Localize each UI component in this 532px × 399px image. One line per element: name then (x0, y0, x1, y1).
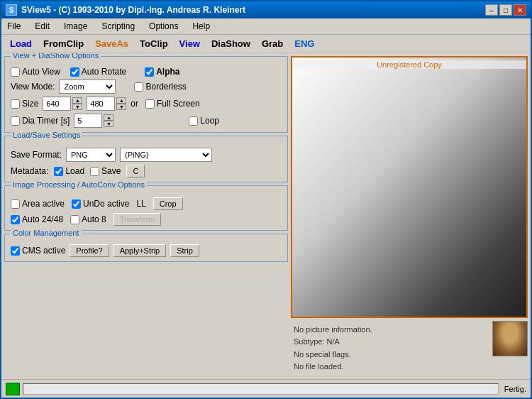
metadata-load-label[interactable]: Load (54, 166, 84, 176)
metadata-text: Metadata: (11, 166, 48, 176)
menu-image[interactable]: Image (61, 20, 90, 33)
info-line4: No file loaded. (294, 361, 485, 373)
toolbar-diashow[interactable]: DiaShow (207, 37, 255, 50)
maximize-button[interactable]: □ (499, 4, 512, 16)
menu-bar: File Edit Image Scripting Options Help (1, 18, 531, 35)
save-format-row: Save Format: PNG JPEG BMP TIFF (PiNG) (11, 148, 282, 162)
full-screen-checkbox[interactable] (145, 99, 155, 109)
crop-button[interactable]: Crop (153, 197, 183, 210)
metadata-row: Metadata: Load Save C (11, 165, 282, 177)
ll-label: LL (136, 199, 145, 209)
view-mode-text-label: View Mode: (11, 82, 55, 92)
borderless-label[interactable]: Borderless (134, 82, 186, 92)
load-save-group: Load/Save Settings Save Format: PNG JPEG… (4, 136, 288, 182)
alpha-checkbox-label[interactable]: Alpha (145, 67, 179, 77)
toolbar-grab[interactable]: Grab (257, 37, 287, 50)
save-format-select[interactable]: PNG JPEG BMP TIFF (66, 148, 116, 162)
info-line3: No special flags. (294, 349, 485, 361)
toolbar-toclip[interactable]: ToClip (135, 37, 172, 50)
loop-checkbox[interactable] (189, 116, 198, 126)
dia-timer-btns: ▲ ▼ (104, 114, 113, 127)
width-input[interactable] (43, 97, 71, 111)
left-panel: View + DiaShow Options Auto View Auto Ro… (4, 56, 288, 376)
full-screen-text: Full Screen (157, 99, 200, 109)
color-mgmt-row: CMS active Profile? Apply+Strip Strip (11, 244, 282, 257)
auto-8-label[interactable]: Auto 8 (70, 214, 106, 224)
full-screen-label[interactable]: Full Screen (145, 99, 200, 109)
info-thumb-row: No picture information. Subtype: N/A No … (291, 321, 528, 376)
metadata-save-checkbox[interactable] (90, 167, 99, 176)
size-checkbox-label[interactable]: Size (11, 99, 38, 109)
area-active-label[interactable]: Area active (11, 199, 65, 209)
window-title: SView5 - (C) 1993-2010 by Dipl.-Ing. And… (21, 5, 245, 15)
width-down-btn[interactable]: ▼ (72, 104, 82, 110)
info-box: No picture information. Subtype: N/A No … (291, 321, 488, 376)
metadata-save-label[interactable]: Save (90, 166, 121, 176)
height-up-btn[interactable]: ▲ (116, 97, 126, 104)
dia-timer-down[interactable]: ▼ (104, 121, 113, 127)
progress-bar (23, 383, 499, 395)
title-bar: S SView5 - (C) 1993-2010 by Dipl.-Ing. A… (1, 1, 531, 18)
profile-button[interactable]: Profile? (70, 244, 109, 257)
metadata-load-text: Load (65, 166, 84, 176)
menu-file[interactable]: File (4, 20, 23, 33)
toolbar-fromclip[interactable]: FromClip (39, 37, 88, 50)
dia-timer-input[interactable] (74, 114, 102, 128)
auto-2448-checkbox[interactable] (11, 215, 20, 224)
auto-view-label: Auto View (22, 67, 60, 77)
cms-active-label[interactable]: CMS active (11, 246, 65, 256)
dia-timer-checkbox-label[interactable]: Dia Timer [s] (11, 116, 70, 126)
height-spinner: ▲ ▼ (87, 97, 126, 111)
menu-options[interactable]: Options (146, 20, 181, 33)
auto-rotate-checkbox[interactable] (70, 67, 79, 77)
metadata-load-checkbox[interactable] (54, 167, 63, 176)
height-spinner-btns: ▲ ▼ (116, 97, 126, 110)
save-format-desc-select[interactable]: (PiNG) (120, 148, 212, 162)
undo-active-checkbox[interactable] (72, 200, 81, 209)
menu-edit[interactable]: Edit (32, 20, 52, 33)
toolbar-eng[interactable]: ENG (290, 37, 318, 50)
loop-text: Loop (200, 116, 219, 126)
strip-button[interactable]: Strip (170, 244, 199, 257)
auto-8-checkbox[interactable] (70, 215, 79, 224)
cms-active-checkbox[interactable] (11, 246, 20, 256)
minimize-button[interactable]: – (485, 4, 498, 16)
auto-2448-label[interactable]: Auto 24/48 (11, 214, 63, 224)
apply-strip-button[interactable]: Apply+Strip (113, 244, 167, 257)
img-proc-row1: Area active UnDo active LL Crop (11, 197, 282, 210)
size-checkbox[interactable] (11, 99, 20, 109)
view-diashow-group: View + DiaShow Options Auto View Auto Ro… (4, 56, 288, 133)
toolbar-load[interactable]: Load (6, 37, 36, 50)
alpha-checkbox[interactable] (145, 67, 154, 77)
height-input[interactable] (87, 97, 115, 111)
undo-active-label[interactable]: UnDo active (72, 199, 129, 209)
borderless-text: Borderless (145, 82, 186, 92)
image-processing-group: Image Processing / AutoConv Options Area… (4, 185, 288, 231)
dia-timer-up[interactable]: ▲ (104, 114, 113, 121)
area-active-checkbox[interactable] (11, 200, 20, 209)
loop-checkbox-label[interactable]: Loop (189, 116, 219, 126)
auto-view-checkbox[interactable] (11, 67, 20, 77)
toolbar-saveas[interactable]: SaveAs (91, 37, 133, 50)
toolbar-view[interactable]: View (175, 37, 204, 50)
dia-timer-checkbox[interactable] (11, 116, 20, 126)
view-diashow-row1: Auto View Auto Rotate Alpha (11, 67, 282, 77)
auto-view-checkbox-label[interactable]: Auto View (11, 67, 60, 77)
dia-timer-spinner: ▲ ▼ (74, 114, 113, 128)
height-down-btn[interactable]: ▼ (116, 104, 126, 110)
status-text: Fertig. (504, 385, 526, 393)
width-up-btn[interactable]: ▲ (72, 97, 82, 104)
borderless-checkbox[interactable] (134, 82, 143, 92)
auto-rotate-checkbox-label[interactable]: Auto Rotate (70, 67, 126, 77)
transform-button[interactable]: Transform (113, 213, 162, 226)
right-panel: Unregistered Copy No picture information… (291, 56, 528, 376)
menu-scripting[interactable]: Scripting (99, 20, 138, 33)
close-button[interactable]: ✕ (514, 4, 526, 16)
info-line2: Subtype: N/A (294, 336, 485, 349)
title-controls: – □ ✕ (485, 4, 526, 16)
alpha-label: Alpha (156, 67, 179, 77)
metadata-c-button[interactable]: C (126, 165, 145, 177)
menu-help[interactable]: Help (189, 20, 213, 33)
view-mode-select[interactable]: Zoom Fit Original Stretch (59, 80, 116, 94)
dia-timer-row: Dia Timer [s] ▲ ▼ Loop (11, 114, 282, 128)
